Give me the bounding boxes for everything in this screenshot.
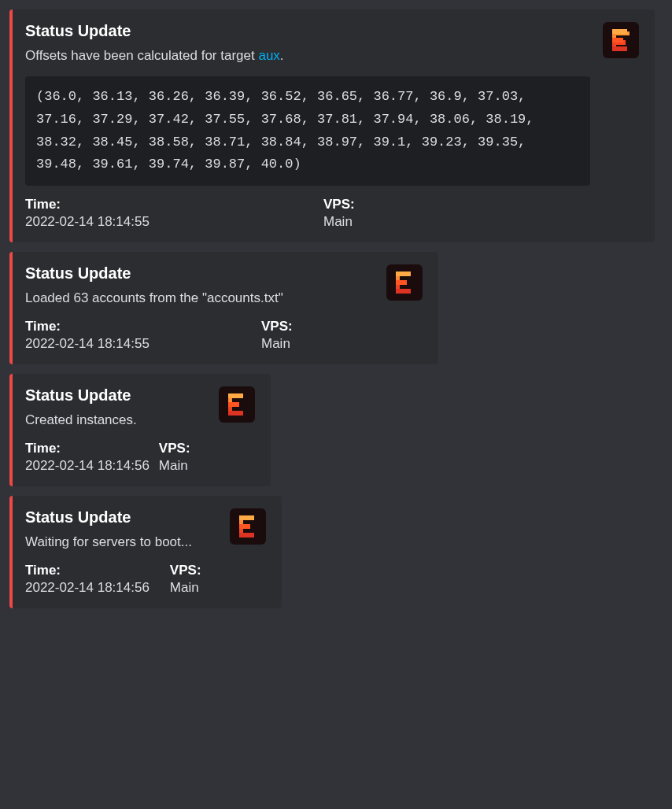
embed-card: Status Update Created instances. Time: 2…	[9, 374, 271, 486]
embed-card: Status Update Offsets have been calculat…	[9, 9, 655, 242]
svg-rect-11	[612, 46, 628, 51]
time-field: Time: 2022-02-14 18:14:55	[25, 319, 230, 352]
svg-rect-14	[396, 281, 407, 286]
e-icon	[237, 515, 259, 537]
embed-title: Status Update	[25, 386, 190, 404]
svg-rect-26	[238, 533, 254, 537]
svg-rect-12	[396, 272, 412, 276]
e-icon	[393, 272, 415, 294]
embed-title: Status Update	[25, 264, 374, 283]
svg-rect-23	[238, 520, 243, 525]
embed-description: Created instances.	[25, 411, 190, 430]
vps-field: VPS: Main	[159, 441, 190, 474]
field-value: 2022-02-14 18:14:55	[25, 214, 292, 230]
field-value: 2022-02-14 18:14:56	[25, 580, 150, 596]
embed-thumbnail	[219, 386, 255, 423]
field-value: 2022-02-14 18:14:55	[25, 336, 230, 352]
svg-rect-21	[227, 412, 243, 416]
e-icon	[226, 393, 248, 416]
field-label: Time:	[25, 441, 150, 456]
field-value: Main	[170, 580, 201, 596]
vps-field: VPS: Main	[323, 197, 590, 230]
field-label: Time:	[25, 563, 150, 578]
svg-rect-15	[396, 285, 401, 290]
svg-rect-8	[612, 34, 617, 39]
svg-rect-13	[396, 276, 401, 281]
svg-rect-20	[227, 407, 232, 412]
embed-title: Status Update	[25, 508, 201, 526]
field-label: VPS:	[170, 563, 201, 578]
embed-card: Status Update Loaded 63 accounts from th…	[9, 252, 438, 364]
svg-rect-7	[612, 29, 628, 34]
embed-card: Status Update Waiting for servers to boo…	[9, 496, 282, 608]
svg-rect-17	[227, 393, 243, 398]
embed-thumbnail	[230, 508, 266, 545]
svg-rect-9	[612, 38, 623, 42]
field-label: VPS:	[261, 319, 293, 334]
embed-description: Waiting for servers to boot...	[25, 533, 201, 552]
embed-thumbnail	[603, 22, 639, 58]
svg-rect-19	[227, 402, 238, 407]
field-value: Main	[261, 336, 293, 352]
field-label: Time:	[25, 319, 230, 334]
description-text: Offsets have been calculated for target	[25, 48, 258, 63]
vps-field: VPS: Main	[170, 563, 201, 596]
field-value: 2022-02-14 18:14:56	[25, 458, 150, 474]
embed-title: Status Update	[25, 22, 590, 40]
svg-rect-10	[612, 42, 617, 47]
vps-field: VPS: Main	[261, 319, 293, 352]
svg-rect-18	[227, 398, 232, 403]
svg-rect-24	[238, 524, 249, 529]
field-label: Time:	[25, 197, 292, 212]
svg-rect-22	[238, 515, 254, 520]
time-field: Time: 2022-02-14 18:14:56	[25, 563, 150, 596]
svg-rect-25	[238, 529, 243, 534]
field-label: VPS:	[159, 441, 190, 456]
target-link[interactable]: aux	[258, 48, 279, 63]
embed-description: Loaded 63 accounts from the "accounts.tx…	[25, 289, 374, 308]
embed-thumbnail	[386, 264, 423, 301]
time-field: Time: 2022-02-14 18:14:56	[25, 441, 150, 474]
description-text: .	[280, 48, 284, 63]
field-value: Main	[159, 458, 190, 474]
field-label: VPS:	[323, 197, 590, 212]
embed-description: Offsets have been calculated for target …	[25, 46, 590, 65]
time-field: Time: 2022-02-14 18:14:55	[25, 197, 292, 230]
field-value: Main	[323, 214, 590, 230]
svg-rect-16	[396, 290, 412, 294]
e-icon	[610, 29, 632, 51]
code-block: (36.0, 36.13, 36.26, 36.39, 36.52, 36.65…	[25, 76, 590, 187]
